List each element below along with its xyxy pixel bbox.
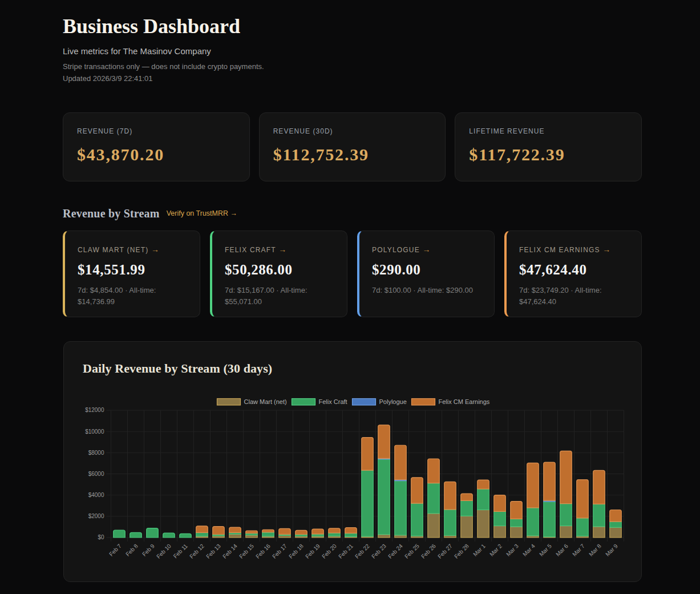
svg-text:Feb 25: Feb 25 [403, 543, 420, 560]
svg-text:$8000: $8000 [88, 450, 104, 456]
svg-text:Feb 28: Feb 28 [453, 543, 470, 560]
svg-text:Polylogue: Polylogue [379, 398, 407, 405]
svg-text:Mar 8: Mar 8 [588, 543, 602, 557]
svg-text:$4000: $4000 [88, 492, 104, 498]
svg-text:Feb 19: Feb 19 [304, 543, 321, 560]
svg-text:Feb 14: Feb 14 [221, 543, 238, 560]
svg-text:$10000: $10000 [85, 429, 104, 435]
svg-text:$6000: $6000 [88, 471, 104, 477]
svg-text:Mar 4: Mar 4 [521, 543, 536, 557]
svg-text:Feb 22: Feb 22 [354, 543, 371, 560]
svg-text:Mar 7: Mar 7 [571, 543, 586, 557]
svg-text:Feb 7: Feb 7 [108, 543, 123, 557]
svg-text:Feb 23: Feb 23 [370, 543, 387, 560]
svg-text:Feb 13: Feb 13 [205, 543, 222, 560]
svg-text:Feb 24: Feb 24 [387, 543, 404, 560]
svg-text:Mar 3: Mar 3 [505, 543, 520, 557]
svg-text:Mar 6: Mar 6 [555, 543, 569, 557]
svg-text:Feb 15: Feb 15 [238, 543, 255, 560]
svg-text:Felix CM Earnings: Felix CM Earnings [439, 398, 490, 405]
svg-text:Feb 12: Feb 12 [188, 543, 205, 560]
svg-text:Mar 2: Mar 2 [488, 543, 503, 557]
svg-text:Felix Craft: Felix Craft [319, 398, 347, 405]
svg-text:Mar 1: Mar 1 [472, 543, 487, 557]
svg-text:Feb 11: Feb 11 [172, 543, 189, 560]
svg-text:Claw Mart (net): Claw Mart (net) [244, 398, 287, 405]
svg-text:Feb 20: Feb 20 [321, 543, 338, 560]
svg-text:Feb 18: Feb 18 [288, 543, 305, 560]
svg-text:Mar 9: Mar 9 [604, 543, 619, 557]
svg-text:Feb 9: Feb 9 [141, 543, 156, 557]
svg-text:Feb 27: Feb 27 [436, 543, 454, 560]
svg-text:$0: $0 [98, 534, 104, 540]
svg-text:Mar 5: Mar 5 [538, 543, 553, 557]
svg-text:Feb 8: Feb 8 [124, 543, 139, 557]
svg-text:Feb 16: Feb 16 [254, 543, 272, 560]
svg-text:Feb 21: Feb 21 [337, 543, 354, 560]
svg-text:$2000: $2000 [88, 513, 104, 519]
svg-text:$12000: $12000 [85, 407, 104, 413]
svg-text:Feb 17: Feb 17 [271, 543, 288, 560]
svg-text:Feb 26: Feb 26 [420, 543, 437, 560]
svg-text:Feb 10: Feb 10 [155, 543, 172, 560]
